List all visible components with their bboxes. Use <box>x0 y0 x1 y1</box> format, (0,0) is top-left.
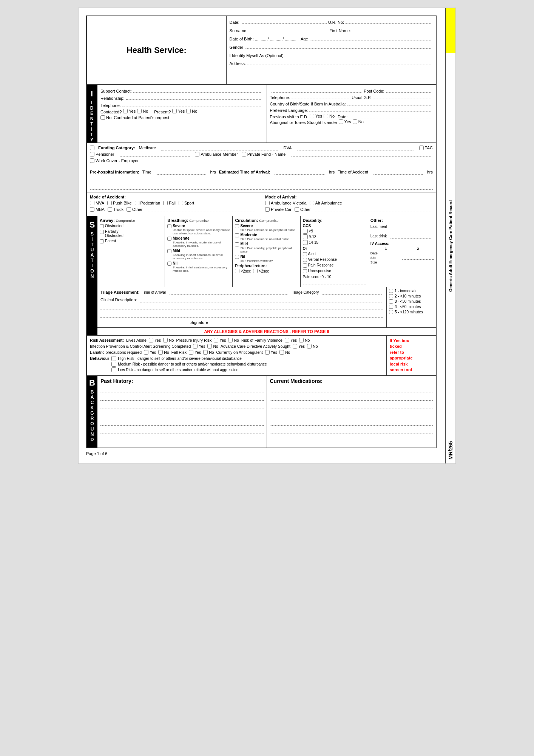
not-contacted-check[interactable]: Not Contacted at Patient's request <box>100 115 169 120</box>
alert-check[interactable] <box>303 252 307 256</box>
verbal-check[interactable] <box>303 258 307 262</box>
contacted-no-check[interactable] <box>137 109 142 113</box>
unresponsive-check[interactable] <box>303 269 307 273</box>
contacted-yes[interactable]: Yes <box>123 109 136 113</box>
air-ambulance-check[interactable]: Air Ambulance <box>310 201 342 205</box>
circulation-mild-check[interactable] <box>235 242 239 246</box>
peripheral-less2[interactable]: <2sec <box>235 269 251 273</box>
triage-line1 <box>100 305 383 310</box>
ambulance-check[interactable]: Ambulance Member <box>195 152 238 156</box>
page-footer: Page 1 of 6 <box>86 451 437 456</box>
fall-check[interactable]: Fall <box>163 201 176 205</box>
circulation-moderate-check[interactable] <box>235 233 239 237</box>
other-arrival-check[interactable]: Other <box>295 207 311 212</box>
funding-category-check[interactable] <box>90 146 94 150</box>
advance-care-yes[interactable]: Yes <box>293 344 305 349</box>
triage-3-check[interactable] <box>389 299 393 304</box>
prev-visit-no-check[interactable] <box>324 114 328 118</box>
triage-4-check[interactable] <box>389 305 393 309</box>
workcover-checkbox[interactable] <box>90 158 94 163</box>
pushbike-check[interactable]: Push Bike <box>107 201 132 205</box>
present-no-check[interactable] <box>186 109 191 113</box>
funding-row-3: Work Cover - Employer <box>90 158 433 163</box>
peripheral-more2-check[interactable] <box>253 269 258 273</box>
present-yes-check[interactable] <box>172 109 177 113</box>
pressure-injury-yes[interactable]: Yes <box>214 338 226 342</box>
other-cell: Other: Last meal Last drink IV Access: <box>368 216 436 287</box>
bariatric-yes[interactable]: Yes <box>144 350 156 355</box>
breathing-severe-check[interactable] <box>167 224 171 228</box>
present-yes[interactable]: Yes <box>172 109 185 113</box>
circulation-nil-check[interactable] <box>235 255 239 259</box>
behaviour-high-check[interactable] <box>111 356 116 361</box>
clinical-desc-row: Clinical Description: <box>100 297 383 302</box>
pensioner-check[interactable]: Pensioner <box>90 152 114 156</box>
info-row-gender: Gender <box>230 43 433 51</box>
airway-obstructed-check[interactable] <box>100 224 104 228</box>
workcover-check[interactable]: Work Cover - Employer <box>90 158 139 163</box>
tac-checkbox[interactable] <box>419 146 424 150</box>
bariatric-no[interactable]: No <box>158 350 169 355</box>
contacted-yes-check[interactable] <box>123 109 128 113</box>
private-fund-check[interactable]: Private Fund - Name <box>242 152 286 156</box>
prev-visit-yes[interactable]: Yes <box>310 114 322 118</box>
advance-care-no[interactable]: No <box>307 344 318 349</box>
infection-yes[interactable]: Yes <box>193 344 205 349</box>
not-contacted-checkbox[interactable] <box>100 115 105 120</box>
anticoag-no[interactable]: No <box>279 350 290 355</box>
med-line6 <box>270 429 433 434</box>
risk-row-2: Infection Provention & Control Alert Scr… <box>90 344 383 349</box>
pain-response-check[interactable] <box>303 263 307 268</box>
airway-partial-check[interactable] <box>100 230 104 234</box>
funding-section: Funding Category: Medicare DVA TAC Pensi… <box>86 143 437 167</box>
ambulance-checkbox[interactable] <box>195 152 199 156</box>
funding-category-checkbox[interactable] <box>90 146 94 150</box>
aboriginal-no-check[interactable] <box>353 119 357 124</box>
mba-check[interactable]: MBA <box>90 207 105 212</box>
aboriginal-yes[interactable]: Yes <box>339 119 351 124</box>
ambulance-vic-check[interactable]: Ambulance Victoria <box>265 201 307 205</box>
airway-patent-check[interactable] <box>100 239 104 243</box>
peripheral-more2[interactable]: >2sec <box>253 269 269 273</box>
behaviour-low-check[interactable] <box>111 367 116 372</box>
triage-cat-3: 3 - <30 minutes <box>389 299 434 304</box>
contacted-no[interactable]: No <box>137 109 148 113</box>
funding-title: Funding Category: <box>98 146 135 150</box>
pedestrian-check[interactable]: Pedestrian <box>135 201 161 205</box>
triage-1-check[interactable] <box>389 289 393 293</box>
lives-alone-no[interactable]: No <box>163 338 174 342</box>
gcs-lt9-check[interactable] <box>303 229 308 234</box>
family-violence-yes[interactable]: Yes <box>285 338 297 342</box>
family-violence-no[interactable]: No <box>299 338 310 342</box>
breathing-mild-check[interactable] <box>167 249 171 253</box>
peripheral-less2-check[interactable] <box>235 269 239 273</box>
fall-risk-yes[interactable]: Yes <box>189 350 201 355</box>
aboriginal-yes-check[interactable] <box>339 119 343 124</box>
mva-check[interactable]: MVA <box>90 201 104 205</box>
infection-no[interactable]: No <box>207 344 218 349</box>
behaviour-medium-check[interactable] <box>111 362 116 367</box>
present-no[interactable]: No <box>186 109 197 113</box>
fall-risk-no[interactable]: No <box>203 350 214 355</box>
other-accident-check[interactable]: Other <box>127 207 143 212</box>
prev-visit-no[interactable]: No <box>324 114 335 118</box>
aboriginal-no[interactable]: No <box>353 119 364 124</box>
breathing-moderate-check[interactable] <box>167 237 171 241</box>
gcs-14-15-check[interactable] <box>303 240 308 245</box>
lives-alone-yes[interactable]: Yes <box>149 338 161 342</box>
private-fund-checkbox[interactable] <box>242 152 246 156</box>
truck-check[interactable]: Truck <box>108 207 123 212</box>
triage-5-check[interactable] <box>389 310 393 314</box>
private-car-check[interactable]: Private Car <box>265 207 292 212</box>
sport-check[interactable]: Sport <box>179 201 194 205</box>
circulation-severe-check[interactable] <box>235 224 239 228</box>
gcs-9-13-check[interactable] <box>303 234 308 239</box>
triage-2-check[interactable] <box>389 294 393 298</box>
tac-check[interactable]: TAC <box>419 146 433 150</box>
anticoag-yes[interactable]: Yes <box>265 350 277 355</box>
pensioner-checkbox[interactable] <box>90 152 94 156</box>
prev-visit-yes-check[interactable] <box>310 114 314 118</box>
pressure-injury-no[interactable]: No <box>228 338 239 342</box>
breathing-nil-check[interactable] <box>167 262 171 266</box>
info-row-identify: I Identify Myself As (Optional): <box>230 52 433 60</box>
